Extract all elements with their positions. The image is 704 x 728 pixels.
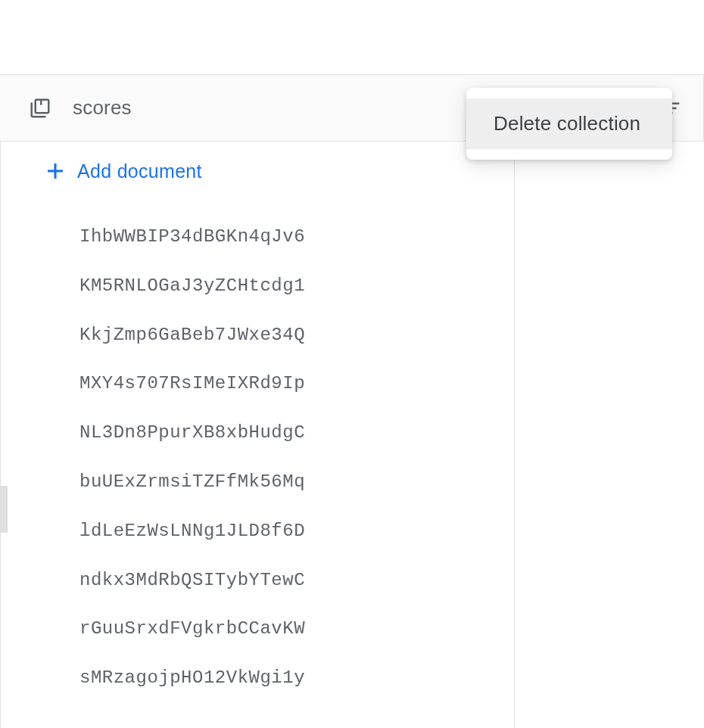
document-item[interactable]: KM5RNLOGaJ3yZCHtcdg1 (8, 262, 514, 311)
document-list: IhbWWBIP34dBGKn4qJv6KM5RNLOGaJ3yZCHtcdg1… (8, 201, 514, 703)
document-item[interactable]: buUExZrmsiTZFfMk56Mq (8, 458, 514, 507)
document-item[interactable]: NL3Dn8PpurXB8xbHudgC (8, 409, 514, 458)
delete-collection-menu-item[interactable]: Delete collection (466, 98, 672, 149)
document-item[interactable]: MXY4s707RsIMeIXRd9Ip (8, 359, 514, 409)
add-document-label: Add document (77, 160, 202, 182)
collection-icon (29, 97, 51, 120)
document-item[interactable]: KkjZmp6GaBeb7JWxe34Q (8, 311, 514, 360)
document-item[interactable]: IhbWWBIP34dBGKn4qJv6 (8, 213, 514, 262)
top-spacer (0, 0, 704, 74)
context-menu: Delete collection (466, 88, 672, 160)
document-item[interactable]: ldLeEzWsLNNg1JLD8f6D (8, 507, 514, 556)
content-area: Add document IhbWWBIP34dBGKn4qJv6KM5RNLO… (0, 142, 704, 728)
document-item[interactable]: sMRzagojpHO12VkWgi1y (8, 654, 514, 703)
document-item[interactable]: ndkx3MdRbQSITybYTewC (8, 556, 514, 605)
document-panel: Add document IhbWWBIP34dBGKn4qJv6KM5RNLO… (8, 142, 515, 728)
plus-icon (44, 160, 67, 182)
right-panel (515, 142, 704, 728)
add-document-button[interactable]: Add document (8, 142, 514, 201)
left-strip (0, 142, 8, 728)
document-item[interactable]: rGuuSrxdFVgkrbCCavKW (8, 605, 514, 654)
